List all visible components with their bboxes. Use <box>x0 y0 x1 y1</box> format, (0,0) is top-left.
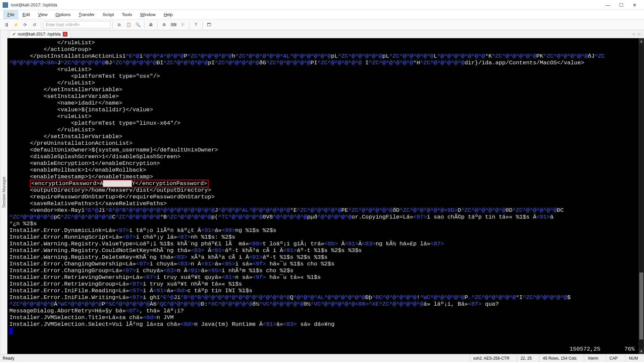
session-tab[interactable]: ✔ root@kali-2017: /opt/ida × <box>9 31 70 38</box>
connected-icon: ✔ <box>12 32 16 37</box>
menu-options[interactable]: Options <box>51 10 74 19</box>
scroll-up-icon[interactable]: ▲ <box>639 38 644 44</box>
menu-transfer[interactable]: Transfer <box>74 10 99 19</box>
app-icon <box>3 2 8 8</box>
status-num: NUM <box>625 354 641 362</box>
menu-help[interactable]: Help <box>160 10 177 19</box>
terminal[interactable]: </ruleList> </actionGroup> </postInstall… <box>7 38 639 354</box>
maximize-button[interactable]: ☐ <box>614 0 628 10</box>
find-icon[interactable]: 🔍 <box>133 20 142 29</box>
status-cap: CAP <box>606 354 621 362</box>
keyboard-icon[interactable]: ⌨ <box>169 20 178 29</box>
toolbar-separator <box>41 21 41 28</box>
tab-close-icon[interactable]: × <box>63 32 67 37</box>
vim-status-line: 150572,25 76% <box>570 346 635 353</box>
toolbar-separator <box>202 21 203 28</box>
menu-window[interactable]: Window <box>136 10 160 19</box>
host-input[interactable]: Enter host <Alt+R> <box>43 21 110 28</box>
session-manager-sidebar[interactable]: Session Manager <box>0 30 7 354</box>
menu-file[interactable]: File <box>3 10 18 19</box>
copy-icon[interactable]: ⧉ <box>115 20 123 29</box>
title-bar: root@kali-2017: /opt/ida — ☐ ✕ <box>0 0 644 10</box>
status-mode: Xterm <box>584 354 602 362</box>
toolbar-separator <box>189 21 190 28</box>
window-title: root@kali-2017: /opt/ida <box>11 2 601 7</box>
minimize-button[interactable]: — <box>601 0 614 10</box>
toolbar-separator <box>144 21 145 28</box>
menu-script[interactable]: Script <box>99 10 118 19</box>
session-manager-icon[interactable]: ⇶ <box>2 20 11 29</box>
disconnect-icon[interactable]: ↺ <box>30 20 39 29</box>
menu-view[interactable]: View <box>34 10 51 19</box>
status-cursor-pos: 22, 25 <box>517 354 535 362</box>
settings-icon[interactable]: ⚙ <box>160 20 168 29</box>
toolbar: ⇶ ⚡ ⟳ ↺ Enter host <Alt+R> ⧉ 📋 🔍 🖶 ⚙ ⌨ ⚐… <box>0 19 644 30</box>
flag-icon[interactable]: ⚐ <box>178 20 187 29</box>
help-icon[interactable]: ? <box>192 20 200 29</box>
scroll-down-icon[interactable]: ▼ <box>639 349 644 354</box>
status-bar: Ready ssh2: AES-256-CTR 22, 25 45 Rows, … <box>0 354 644 362</box>
scroll-thumb[interactable] <box>639 273 643 340</box>
quick-connect-icon[interactable]: ⚡ <box>11 20 20 29</box>
scroll-track[interactable] <box>639 44 644 349</box>
status-connection: ssh2: AES-256-CTR <box>470 354 513 362</box>
scrollbar[interactable]: ▲ ▼ <box>639 38 644 354</box>
menu-bar: File Edit View Options Transfer Script T… <box>0 10 644 19</box>
tab-next-icon[interactable]: ▷ <box>637 32 642 37</box>
status-size: 45 Rows, 154 Cols <box>539 354 580 362</box>
status-ready: Ready <box>3 354 466 362</box>
toolbar-separator <box>112 21 113 28</box>
print-icon[interactable]: 🖶 <box>147 20 155 29</box>
menu-edit[interactable]: Edit <box>18 10 34 19</box>
tab-prev-icon[interactable]: ◁ <box>631 32 636 37</box>
toolbar-separator <box>157 21 158 28</box>
tab-title: root@kali-2017: /opt/ida <box>18 32 61 37</box>
menu-tools[interactable]: Tools <box>118 10 136 19</box>
xfer-icon[interactable]: 🗔 <box>205 20 213 29</box>
paste-icon[interactable]: 📋 <box>124 20 133 29</box>
close-button[interactable]: ✕ <box>628 0 641 10</box>
reconnect-icon[interactable]: ⟳ <box>21 20 30 29</box>
tab-bar: ✔ root@kali-2017: /opt/ida × ◁ ▷ <box>7 30 644 38</box>
